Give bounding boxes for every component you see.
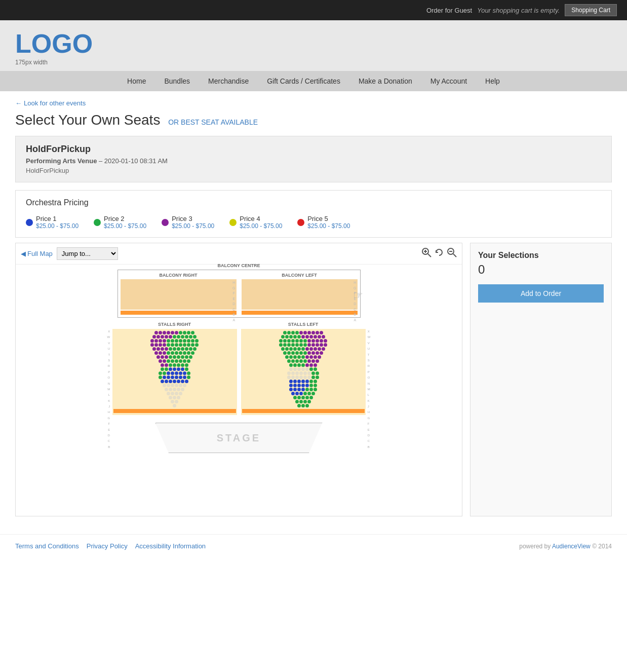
- zoom-controls: [421, 247, 457, 260]
- event-info: HoldForPickup Performing Arts Venue – 20…: [15, 136, 612, 182]
- back-arrow-icon: ←: [15, 99, 22, 107]
- nav-merchandise[interactable]: Merchandise: [199, 71, 258, 91]
- price-label-5: Price 5: [307, 215, 350, 222]
- balcony-right-row-labels: HGFEDCBA: [232, 280, 235, 323]
- seat-map-layout: ◀ Full Map Jump to... Balcony Right Balc…: [15, 243, 612, 516]
- stalls-area: STALLS RIGHT XWVUTSRPONMLKJHGFEDCB: [112, 322, 366, 415]
- nav-home[interactable]: Home: [118, 71, 155, 91]
- stage-area: STAGE: [155, 423, 323, 453]
- powered-by-text: powered by: [519, 543, 551, 550]
- stalls-left-row-letters: XWVUTSRPONMLKJHGFEDCB: [368, 329, 371, 450]
- event-date: 2020-01-10 08:31 AM: [104, 157, 168, 165]
- order-for-guest-text: Order for Guest: [426, 7, 472, 14]
- footer-powered-by: powered by AudienceView © 2014: [519, 543, 612, 550]
- top-bar: Order for Guest Your shopping cart is em…: [0, 0, 627, 20]
- price-dot-5: [297, 219, 304, 226]
- nav-help[interactable]: Help: [476, 71, 509, 91]
- stalls-left-section: STALLS LEFT XWVUTSRPONMLKJHGFEDCB: [241, 322, 366, 415]
- stalls-left-label: STALLS LEFT: [241, 322, 366, 327]
- navigation: Home Bundles Merchandise Gift Cards / Ce…: [0, 71, 627, 91]
- nav-donation[interactable]: Make a Donation: [349, 71, 421, 91]
- full-map-label: Full Map: [27, 250, 53, 257]
- best-seat-link[interactable]: BEST SEAT AVAILABLE: [181, 118, 258, 126]
- full-map-button[interactable]: ◀ Full Map: [21, 250, 53, 257]
- balcony-left-label: BALCONY LEFT: [239, 273, 360, 278]
- price-range-5: $25.00 - $75.00: [307, 222, 350, 230]
- price-label-4: Price 4: [240, 215, 282, 222]
- stage-box: STAGE: [155, 423, 323, 453]
- logo: LOGO: [15, 30, 612, 57]
- balcony-right-section: BALCONY RIGHT HGFEDCBA: [118, 273, 239, 315]
- copyright-text: © 2014: [592, 543, 612, 550]
- balcony-right-label: BALCONY RIGHT: [118, 273, 239, 278]
- event-sub-name: HoldForPickup: [26, 167, 601, 174]
- price-item-4: Price 4 $25.00 - $75.00: [229, 215, 282, 230]
- cart-empty-text: Your shopping cart is empty.: [477, 7, 560, 14]
- balcony-left-section: BALCONY LEFT HGFEDCBA: [239, 273, 360, 315]
- stalls-right-label: STALLS RIGHT: [112, 322, 237, 327]
- stalls-right-seats: XWVUTSRPONMLKJHGFEDCB: [112, 329, 237, 415]
- svg-line-5: [453, 254, 456, 257]
- stalls-right-section: STALLS RIGHT XWVUTSRPONMLKJHGFEDCB: [112, 322, 237, 415]
- selections-title: Your Selections: [478, 251, 604, 260]
- add-to-order-button[interactable]: Add to Order: [478, 284, 604, 303]
- stalls-left-seats: XWVUTSRPONMLKJHGFEDCB: [241, 329, 366, 415]
- header: LOGO 175px width: [0, 20, 627, 71]
- stalls-right-row-letters: XWVUTSRPONMLKJHGFEDCB: [107, 329, 110, 450]
- hand-cursor-icon: ☞: [353, 289, 363, 302]
- logo-subtitle: 175px width: [15, 59, 612, 66]
- price-label-1: Price 1: [36, 215, 79, 222]
- audienceview-link[interactable]: AudienceView: [552, 543, 591, 550]
- price-range-2: $25.00 - $75.00: [104, 222, 146, 230]
- accessibility-link[interactable]: Accessibility Information: [135, 542, 206, 550]
- stalls-right-bottom-strip: [113, 409, 236, 413]
- balcony-left-strip: [242, 311, 358, 315]
- map-area: ◀ Full Map Jump to... Balcony Right Balc…: [15, 243, 462, 516]
- selections-panel: Your Selections 0 Add to Order: [470, 243, 612, 516]
- map-toolbar: ◀ Full Map Jump to... Balcony Right Balc…: [16, 243, 462, 265]
- zoom-out-button[interactable]: [447, 247, 457, 260]
- price-label-2: Price 2: [104, 215, 146, 222]
- venue-diagram: BALCONY RIGHT HGFEDCBA BALCONY CENTRE BA…: [16, 265, 462, 458]
- zoom-in-button[interactable]: [421, 247, 432, 260]
- price-legend: Price 1 $25.00 - $75.00 Price 2 $25.00 -…: [26, 215, 601, 230]
- price-item-3: Price 3 $25.00 - $75.00: [162, 215, 214, 230]
- nav-gift-cards[interactable]: Gift Cards / Certificates: [258, 71, 349, 91]
- stalls-left-bottom-strip: [242, 409, 365, 413]
- pricing-title: Orchestra Pricing: [26, 198, 601, 207]
- price-item-5: Price 5 $25.00 - $75.00: [297, 215, 350, 230]
- price-item-1: Price 1 $25.00 - $75.00: [26, 215, 79, 230]
- price-label-3: Price 3: [172, 215, 214, 222]
- terms-link[interactable]: Terms and Conditions: [15, 542, 79, 550]
- event-details: Performing Arts Venue – 2020-01-10 08:31…: [26, 157, 601, 165]
- main-content: ← Look for other events Select Your Own …: [0, 91, 627, 524]
- price-dot-2: [94, 219, 101, 226]
- price-item-2: Price 2 $25.00 - $75.00: [94, 215, 146, 230]
- price-range-4: $25.00 - $75.00: [240, 222, 282, 230]
- back-link[interactable]: ← Look for other events: [15, 99, 86, 107]
- balcony-left-seats: HGFEDCBA: [242, 279, 358, 310]
- pricing-section: Orchestra Pricing Price 1 $25.00 - $75.0…: [15, 190, 612, 238]
- balcony-right-strip: [121, 311, 237, 315]
- balcony-right-seats: HGFEDCBA: [121, 279, 237, 310]
- stage-label: STAGE: [217, 432, 261, 444]
- price-dot-4: [229, 219, 237, 226]
- price-range-1: $25.00 - $75.00: [36, 222, 79, 230]
- nav-account[interactable]: My Account: [421, 71, 476, 91]
- svg-line-1: [428, 254, 431, 257]
- balcony-centre-label: BALCONY CENTRE: [218, 263, 260, 268]
- footer-links: Terms and Conditions Privacy Policy Acce…: [15, 542, 206, 550]
- jump-to-select[interactable]: Jump to... Balcony Right Balcony Centre …: [57, 247, 118, 260]
- reset-zoom-button[interactable]: [434, 247, 444, 260]
- selections-count: 0: [478, 263, 604, 277]
- privacy-link[interactable]: Privacy Policy: [87, 542, 128, 550]
- event-venue: Performing Arts Venue: [26, 157, 97, 165]
- nav-bundles[interactable]: Bundles: [155, 71, 199, 91]
- chevron-left-icon: ◀: [21, 250, 26, 257]
- page-title: Select Your Own Seats or BEST SEAT AVAIL…: [15, 112, 612, 128]
- footer: Terms and Conditions Privacy Policy Acce…: [0, 534, 627, 557]
- shopping-cart-button[interactable]: Shopping Cart: [565, 4, 617, 16]
- event-name: HoldForPickup: [26, 144, 601, 155]
- price-range-3: $25.00 - $75.00: [172, 222, 214, 230]
- price-dot-1: [26, 219, 33, 226]
